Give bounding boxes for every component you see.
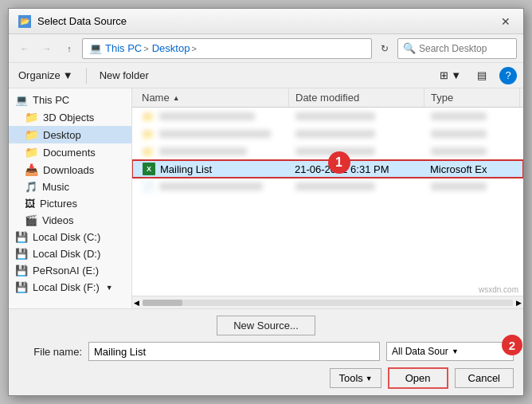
file-list: 📁 📁: [132, 108, 523, 296]
pictures-icon: 🖼: [25, 198, 35, 210]
file-type-cell: Microsoft Ex: [424, 163, 519, 175]
file-name-cell: 📁: [135, 128, 289, 140]
back-button[interactable]: ←: [15, 39, 34, 58]
view-icon: ⊞: [440, 69, 448, 81]
file-name-cell: 📁: [135, 111, 289, 123]
sidebar: 💻 This PC 📁 3D Objects 📁 Desktop 📁 Docum…: [9, 88, 132, 308]
col-header-name[interactable]: Name ▲: [135, 88, 289, 107]
videos-icon: 🎬: [25, 214, 37, 226]
cancel-button[interactable]: Cancel: [455, 368, 514, 388]
breadcrumb-desktop[interactable]: Desktop >: [152, 42, 197, 54]
blurred-text: [295, 182, 375, 190]
pane-toggle-button[interactable]: ▤: [474, 68, 490, 83]
search-input[interactable]: [419, 43, 532, 54]
sidebar-item-3d-objects[interactable]: 📁 3D Objects: [9, 108, 131, 126]
help-icon: ?: [505, 69, 510, 81]
file-name-cell: 📄: [135, 181, 289, 193]
disk-icon: 💾: [15, 231, 28, 243]
up-button[interactable]: ↑: [60, 39, 79, 58]
sidebar-item-videos[interactable]: 🎬 Videos: [9, 212, 131, 229]
toolbar: Organize ▼ New folder ⊞ ▼ ▤ ?: [9, 63, 523, 88]
table-row[interactable]: 📄: [132, 178, 523, 195]
file-date-cell: [289, 112, 424, 120]
organize-button[interactable]: Organize ▼: [15, 68, 76, 83]
new-source-button[interactable]: New Source...: [217, 316, 315, 335]
blurred-text: [159, 147, 247, 155]
actions-row: Tools ▼ Open Cancel: [18, 367, 514, 389]
scroll-thumb[interactable]: [143, 300, 182, 306]
bottom-panel: New Source... File name: All Data Sour ▼…: [9, 308, 523, 395]
watermark: wsxdn.com: [479, 285, 518, 294]
nav-bar: ← → ↑ 💻 This PC > Desktop > ↻ 🔍: [9, 34, 523, 63]
tools-button[interactable]: Tools ▼: [330, 368, 381, 388]
sidebar-item-this-pc[interactable]: 💻 This PC: [9, 92, 131, 108]
sidebar-item-documents[interactable]: 📁 Documents: [9, 143, 131, 161]
disk-icon: 💾: [15, 265, 28, 277]
file-date-cell: 21-06-2022 6:31 PM: [288, 163, 424, 175]
file-list-area: Name ▲ Date modified Type 📁: [132, 88, 523, 308]
sidebar-item-downloads[interactable]: 📥 Downloads: [9, 161, 131, 178]
blurred-text: [159, 112, 255, 120]
tools-arrow-icon: ▼: [366, 375, 373, 382]
new-folder-button[interactable]: New folder: [96, 68, 152, 83]
file-name-input[interactable]: [88, 342, 380, 361]
sidebar-item-local-d[interactable]: 💾 Local Disk (D:): [9, 245, 131, 262]
file-list-header: Name ▲ Date modified Type: [132, 88, 523, 108]
table-row[interactable]: 📁: [132, 108, 523, 125]
file-type-value: All Data Sour: [392, 346, 448, 357]
file-name-cell: X Mailing List: [136, 163, 288, 175]
refresh-button[interactable]: ↻: [375, 38, 394, 59]
folder-icon: 📁: [142, 128, 155, 140]
search-icon: 🔍: [403, 42, 416, 54]
view-arrow-icon: ▼: [451, 69, 461, 81]
table-row[interactable]: 📁: [132, 143, 523, 160]
folder-icon: 📁: [25, 111, 38, 124]
file-type-cell: [424, 182, 520, 190]
sidebar-item-desktop[interactable]: 📁 Desktop: [9, 126, 131, 143]
blurred-text: [159, 182, 263, 190]
down-arrow-icon: ▼: [106, 284, 113, 292]
help-button[interactable]: ?: [499, 67, 517, 84]
scroll-right-icon[interactable]: ▶: [516, 299, 522, 307]
file-type-dropdown[interactable]: All Data Sour ▼ 2: [386, 342, 514, 361]
title-bar: 📂 Select Data Source ✕: [9, 9, 523, 34]
file-date-cell: [289, 130, 424, 138]
sidebar-item-personai-e[interactable]: 💾 PeRsonAI (E:): [9, 262, 131, 279]
pane-icon: ▤: [477, 69, 487, 81]
table-row[interactable]: 📁: [132, 125, 523, 143]
col-header-type[interactable]: Type: [424, 88, 520, 107]
close-button[interactable]: ✕: [498, 14, 514, 29]
file-date-cell: [289, 147, 424, 155]
file-type-cell: [424, 130, 520, 138]
computer-icon: 💻: [15, 94, 28, 106]
sidebar-item-pictures[interactable]: 🖼 Pictures: [9, 195, 131, 212]
forward-button[interactable]: →: [37, 39, 57, 58]
col-header-date[interactable]: Date modified: [289, 88, 424, 107]
sidebar-item-local-c[interactable]: 💾 Local Disk (C:): [9, 229, 131, 245]
badge-2-container: 2: [502, 335, 522, 355]
file-type-cell: [424, 112, 520, 120]
step-badge-1: 1: [328, 151, 350, 174]
sidebar-item-local-f[interactable]: 💾 Local Disk (F:) ▼: [9, 279, 131, 296]
organize-arrow-icon: ▼: [63, 69, 73, 81]
download-icon: 📥: [25, 163, 38, 176]
folder-icon: 📁: [25, 128, 38, 141]
address-bar[interactable]: 💻 This PC > Desktop >: [82, 38, 372, 59]
sidebar-item-music[interactable]: 🎵 Music: [9, 178, 131, 195]
dialog-title: Select Data Source: [37, 15, 127, 27]
breadcrumb-this-pc[interactable]: This PC >: [105, 42, 149, 54]
horizontal-scrollbar[interactable]: ◀ ▶: [132, 296, 523, 308]
file-icon: 📄: [142, 181, 155, 193]
step-badge-2: 2: [502, 335, 522, 355]
scroll-left-icon[interactable]: ◀: [134, 299, 139, 307]
folder-icon: 📁: [142, 146, 155, 158]
blurred-text: [431, 112, 487, 120]
disk-icon: 💾: [15, 281, 28, 293]
view-toggle-button[interactable]: ⊞ ▼: [436, 68, 464, 83]
open-button[interactable]: Open: [388, 367, 448, 389]
disk-icon: 💾: [15, 248, 28, 260]
file-name-cell: 📁: [135, 146, 289, 158]
blurred-text: [431, 182, 487, 190]
file-date-cell: [289, 182, 424, 190]
search-bar[interactable]: 🔍: [397, 38, 517, 59]
